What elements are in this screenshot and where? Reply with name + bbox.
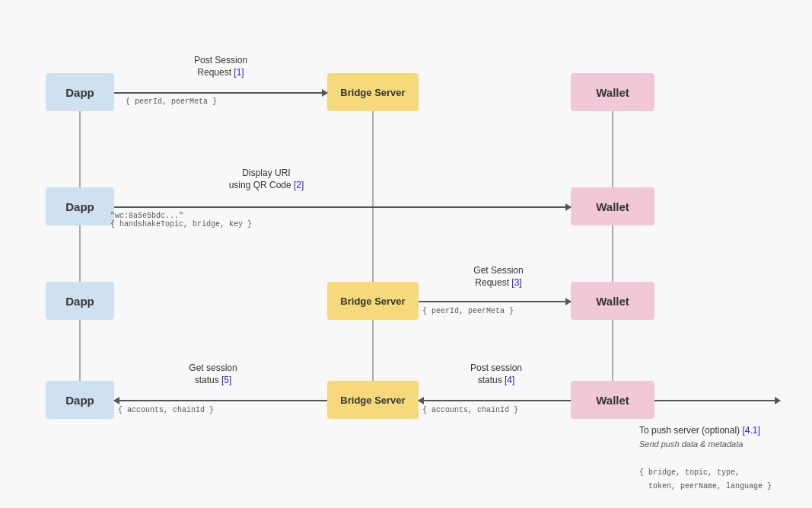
node-dapp-4: Dapp — [46, 381, 114, 419]
node-wallet-1: Wallet — [571, 73, 654, 111]
node-wallet-2: Wallet — [571, 187, 654, 225]
arrow-4-right-line — [419, 400, 571, 401]
arrow-5-line — [114, 400, 327, 401]
arrow-4-right-label: Post sessionstatus [4] — [435, 363, 557, 386]
node-wallet-3: Wallet — [571, 282, 654, 320]
arrow-1-line — [114, 92, 327, 94]
arrow-push-line — [654, 400, 780, 401]
arrow-3-label: Get SessionRequest [3] — [438, 265, 559, 289]
arrow-2-label: Display URIusing QR Code [2] — [190, 168, 342, 191]
arrow-5-label: Get sessionstatus [5] — [152, 363, 274, 386]
arrow-3-line — [419, 301, 571, 302]
arrow-1-sublabel: { peerId, peerMeta } — [126, 97, 217, 106]
node-dapp-3: Dapp — [46, 282, 114, 320]
arrow-3-sublabel: { peerId, peerMeta } — [422, 307, 514, 315]
node-bridge-1: Bridge Server — [327, 73, 419, 111]
arrow-4-right-sublabel: { accounts, chainId } — [422, 406, 518, 414]
wallet-vline — [612, 92, 613, 400]
arrow-2-sublabel: "wc:8a5e5bdc..."{ handshakeTopic, bridge… — [110, 212, 252, 228]
arrow-1-label: Post SessionRequest [1] — [152, 55, 289, 78]
arrow-5-sublabel: { accounts, chainId } — [118, 406, 214, 414]
node-bridge-3: Bridge Server — [327, 381, 419, 419]
node-dapp-1: Dapp — [46, 73, 114, 111]
node-wallet-4: Wallet — [571, 381, 654, 419]
node-dapp-2: Dapp — [46, 187, 114, 225]
bridge-vline — [372, 92, 374, 400]
diagram-container: Dapp Dapp Dapp Dapp Bridge Server Bridge… — [0, 0, 812, 508]
node-bridge-2: Bridge Server — [327, 282, 419, 320]
push-label: To push server (optional) [4.1] Send pus… — [639, 423, 772, 492]
dapp-vline — [79, 92, 81, 400]
arrow-2-line — [114, 206, 571, 208]
